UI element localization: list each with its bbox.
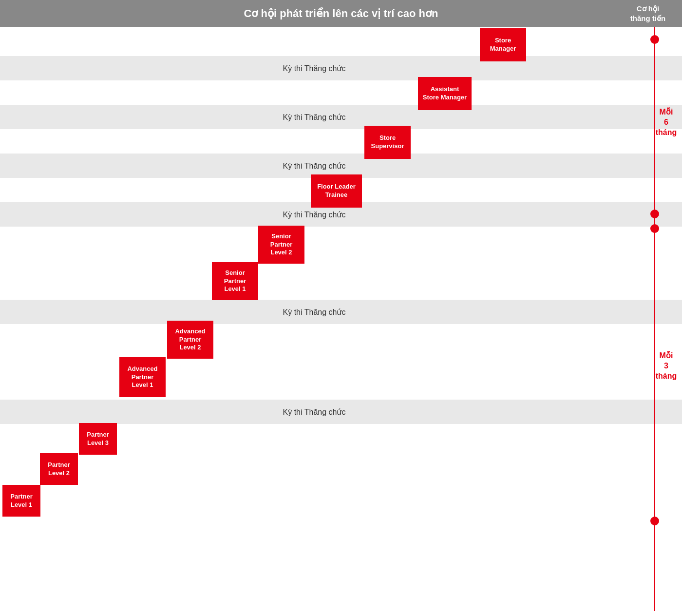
box-partner-level2: PartnerLevel 2 [40, 453, 78, 485]
dot-mid1 [650, 210, 659, 218]
header-title: Cơ hội phát triển lên các vị trí cao hơn [244, 7, 438, 20]
exam-label-1: Kỳ thi Thăng chức [0, 56, 628, 80]
period-label-3months: Mỗi3tháng [653, 351, 680, 381]
right-label-text: Cơ hộithăng tiến [630, 4, 665, 23]
exam-label-6: Kỳ thi Thăng chức [0, 400, 628, 424]
box-advanced-partner-level1: AdvancedPartnerLevel 1 [119, 357, 166, 397]
box-store-supervisor: StoreSupervisor [364, 126, 411, 159]
header: Cơ hội phát triển lên các vị trí cao hơn [0, 0, 682, 27]
period-label-6months: Mỗi6tháng [653, 107, 680, 137]
box-floor-leader-trainee: Floor LeaderTrainee [311, 174, 362, 208]
exam-label-2: Kỳ thi Thăng chức [0, 105, 628, 129]
box-senior-partner-level1: SeniorPartnerLevel 1 [212, 262, 258, 300]
box-advanced-partner-level2: AdvancedPartnerLevel 2 [167, 321, 213, 359]
box-senior-partner-level2: SeniorPartnerLevel 2 [258, 226, 304, 264]
dot-mid2 [650, 224, 659, 233]
box-store-manager: StoreManager [480, 28, 526, 61]
box-partner-level3: PartnerLevel 3 [79, 423, 117, 455]
dot-bottom [650, 517, 659, 525]
box-partner-level1: PartnerLevel 1 [2, 485, 40, 517]
exam-label-5: Kỳ thi Thăng chức [0, 300, 628, 324]
dot-top [650, 35, 659, 44]
box-assistant-store-manager: AssistantStore Manager [418, 77, 472, 110]
main-container: Cơ hội phát triển lên các vị trí cao hơn… [0, 0, 682, 616]
right-label-top: Cơ hộithăng tiến [619, 0, 677, 27]
